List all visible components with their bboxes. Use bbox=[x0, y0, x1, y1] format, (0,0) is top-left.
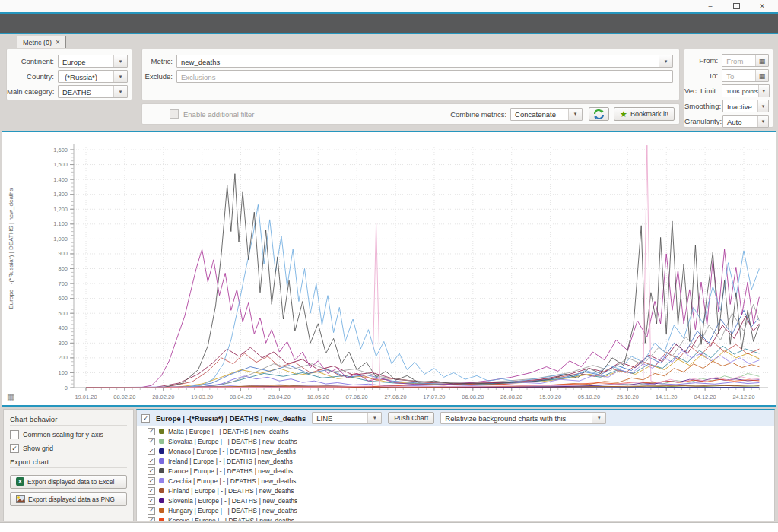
relativize-select[interactable]: Relativize background charts with this ▾ bbox=[440, 412, 606, 424]
svg-text:06.08.20: 06.08.20 bbox=[462, 394, 484, 401]
line-chart[interactable]: 01002003004005006007008009001,0001,1001,… bbox=[2, 132, 776, 405]
refresh-button[interactable] bbox=[589, 107, 609, 121]
export-png-button[interactable]: Export displayed data as PNG bbox=[10, 492, 127, 506]
series-row[interactable]: ✓Slovakia | Europe | - | DEATHS | new_de… bbox=[137, 436, 774, 446]
bookmark-button[interactable]: ★ Bookmark it! bbox=[614, 107, 675, 121]
series-row[interactable]: ✓Czechia | Europe | - | DEATHS | new_dea… bbox=[137, 476, 774, 486]
minimize-button[interactable]: – bbox=[697, 0, 723, 12]
chevron-down-icon[interactable]: ▾ bbox=[113, 86, 127, 97]
series-row[interactable]: ✓Kosovo | Europe | - | DEATHS | new_deat… bbox=[137, 515, 774, 521]
series-header-row[interactable]: ✓ Europe | -(*Russia*) | DEATHS | new_de… bbox=[137, 410, 774, 426]
show-grid-checkbox[interactable]: ✓ bbox=[10, 444, 19, 453]
chevron-down-icon[interactable]: ▾ bbox=[367, 413, 381, 423]
series-checkbox[interactable]: ✓ bbox=[148, 438, 155, 445]
chevron-down-icon[interactable]: ▾ bbox=[758, 85, 769, 97]
country-select[interactable]: -(*Russia*) ▾ bbox=[58, 70, 128, 83]
exclude-input[interactable]: Exclusions bbox=[176, 70, 673, 83]
continent-select[interactable]: Europe ▾ bbox=[58, 55, 128, 68]
series-row[interactable]: ✓Slovenia | Europe | - | DEATHS | new_de… bbox=[137, 496, 774, 505]
vec-limit-select[interactable]: 100K points/line ▾ bbox=[722, 84, 770, 97]
series-header-checkbox[interactable]: ✓ bbox=[141, 414, 150, 423]
series-color-dot bbox=[159, 468, 164, 473]
granularity-value: Auto bbox=[723, 116, 757, 127]
metric-label: Metric: bbox=[142, 57, 173, 65]
chart-panel: Europe | -(*Russia*) | DEATHS | new_deat… bbox=[2, 131, 776, 407]
series-color-dot bbox=[159, 448, 164, 454]
close-button[interactable]: ✕ bbox=[749, 0, 775, 12]
chart-options-panel: Chart behavior ✓ Common scaling for y-ax… bbox=[3, 409, 134, 521]
chevron-down-icon[interactable]: ▾ bbox=[659, 55, 672, 67]
maximize-button[interactable] bbox=[723, 0, 749, 12]
series-color-dot bbox=[159, 498, 164, 503]
chevron-down-icon[interactable]: ▾ bbox=[592, 413, 605, 423]
chevron-down-icon[interactable]: ▾ bbox=[113, 55, 127, 67]
series-row[interactable]: ✓Hungary | Europe | - | DEATHS | new_dea… bbox=[137, 505, 774, 515]
refresh-icon bbox=[593, 109, 605, 119]
to-placeholder: To bbox=[722, 70, 755, 81]
smoothing-label: Smoothing: bbox=[684, 102, 719, 110]
chart-series-unlisted-teal bbox=[192, 346, 760, 388]
tab-metric[interactable]: Metric (0) × bbox=[17, 36, 66, 48]
chevron-down-icon[interactable]: ▾ bbox=[568, 109, 582, 120]
main-category-select[interactable]: DEATHS ▾ bbox=[58, 85, 128, 98]
metric-input[interactable]: new_deaths ▾ bbox=[176, 55, 673, 68]
export-png-label: Export displayed data as PNG bbox=[28, 496, 115, 503]
chart-behavior-title: Chart behavior bbox=[10, 415, 127, 423]
series-row[interactable]: ✓Ireland | Europe | - | DEATHS | new_dea… bbox=[137, 456, 774, 466]
line-type-select[interactable]: LINE ▾ bbox=[312, 412, 382, 424]
series-checkbox[interactable]: ✓ bbox=[148, 448, 155, 455]
country-label: Country: bbox=[7, 72, 54, 81]
series-color-dot bbox=[159, 518, 164, 521]
star-icon: ★ bbox=[620, 109, 627, 119]
calendar-icon[interactable]: ▦ bbox=[755, 70, 768, 81]
enable-additional-filter-checkbox[interactable]: ✓ bbox=[170, 109, 179, 119]
line-type-value: LINE bbox=[313, 413, 367, 423]
series-row[interactable]: ✓Finland | Europe | - | DEATHS | new_dea… bbox=[137, 486, 774, 496]
series-color-dot bbox=[159, 508, 164, 513]
svg-text:14.11.20: 14.11.20 bbox=[656, 394, 678, 401]
svg-text:19.01.20: 19.01.20 bbox=[75, 394, 97, 401]
push-chart-button[interactable]: Push Chart bbox=[388, 412, 434, 424]
calendar-icon[interactable]: ▦ bbox=[755, 55, 768, 66]
country-value: -(*Russia*) bbox=[59, 71, 113, 82]
series-color-dot bbox=[159, 458, 164, 464]
tab-close-icon[interactable]: × bbox=[56, 39, 60, 46]
smoothing-value: Inactive bbox=[723, 100, 757, 112]
to-input[interactable]: To ▦ bbox=[722, 69, 769, 82]
series-checkbox[interactable]: ✓ bbox=[148, 458, 155, 465]
svg-text:28.04.20: 28.04.20 bbox=[268, 394, 291, 401]
series-checkbox[interactable]: ✓ bbox=[148, 517, 155, 522]
series-checkbox[interactable]: ✓ bbox=[148, 487, 155, 495]
chevron-down-icon[interactable]: ▾ bbox=[757, 116, 768, 127]
series-checkbox[interactable]: ✓ bbox=[148, 507, 155, 515]
chart-series-France bbox=[86, 174, 759, 388]
granularity-select[interactable]: Auto ▾ bbox=[722, 115, 769, 128]
series-checkbox[interactable]: ✓ bbox=[148, 428, 155, 435]
series-row[interactable]: ✓Monaco | Europe | - | DEATHS | new_deat… bbox=[137, 446, 774, 456]
series-checkbox[interactable]: ✓ bbox=[148, 477, 155, 485]
export-excel-label: Export displayed data to Excel bbox=[27, 478, 114, 486]
svg-text:24.12.20: 24.12.20 bbox=[732, 394, 754, 401]
series-checkbox[interactable]: ✓ bbox=[148, 467, 155, 475]
chevron-down-icon[interactable]: ▾ bbox=[757, 100, 768, 112]
svg-text:27.06.20: 27.06.20 bbox=[384, 394, 406, 401]
export-excel-button[interactable]: X Export displayed data to Excel bbox=[10, 475, 127, 489]
svg-text:300: 300 bbox=[58, 340, 68, 347]
relativize-value: Relativize background charts with this bbox=[441, 413, 592, 423]
svg-text:400: 400 bbox=[58, 325, 68, 331]
chart-grid-icon[interactable]: ▦ bbox=[7, 393, 14, 401]
svg-text:1,200: 1,200 bbox=[53, 206, 68, 213]
svg-text:900: 900 bbox=[58, 250, 68, 257]
common-scaling-checkbox[interactable]: ✓ bbox=[10, 430, 19, 439]
svg-text:1,600: 1,600 bbox=[53, 147, 68, 154]
smoothing-select[interactable]: Inactive ▾ bbox=[722, 100, 769, 112]
series-checkbox[interactable]: ✓ bbox=[148, 497, 155, 505]
svg-text:0: 0 bbox=[65, 385, 68, 391]
combine-metrics-select[interactable]: Concatenate ▾ bbox=[510, 108, 583, 121]
chevron-down-icon[interactable]: ▾ bbox=[113, 71, 127, 82]
series-row[interactable]: ✓Malta | Europe | - | DEATHS | new_death… bbox=[137, 426, 774, 436]
from-input[interactable]: From ▦ bbox=[722, 54, 769, 67]
series-label: Slovakia | Europe | - | DEATHS | new_dea… bbox=[168, 438, 297, 445]
series-row[interactable]: ✓France | Europe | - | DEATHS | new_deat… bbox=[137, 466, 774, 476]
svg-text:17.07.20: 17.07.20 bbox=[423, 394, 445, 401]
